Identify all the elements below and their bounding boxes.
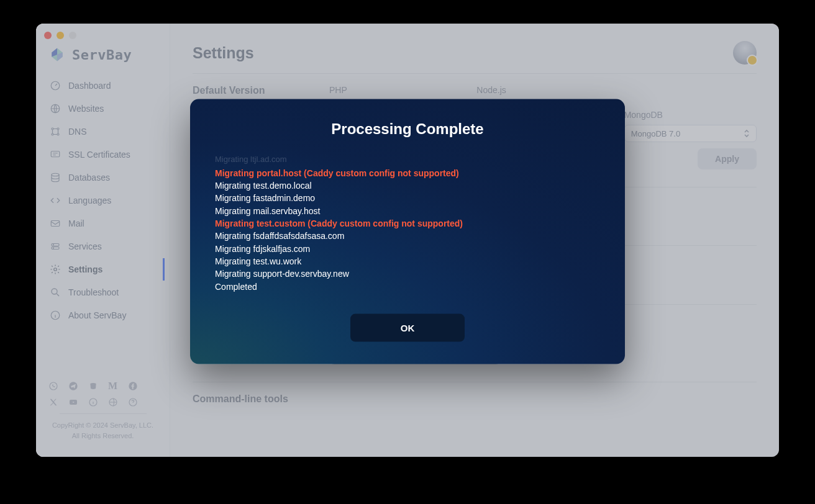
log-line-cut: Migrating ltjl.ad.com	[215, 154, 600, 166]
modal-title: Processing Complete	[212, 120, 603, 138]
modal-log: Migrating ltjl.ad.com Migrating portal.h…	[212, 154, 603, 293]
log-line: Migrating fastadmin.demo	[215, 192, 600, 204]
log-line: Migrating test.custom (Caddy custom conf…	[215, 217, 600, 230]
processing-modal: Processing Complete Migrating ltjl.ad.co…	[190, 99, 625, 364]
log-line: Migrating test.demo.local	[215, 179, 600, 192]
ok-button[interactable]: OK	[350, 313, 465, 341]
log-completed: Completed	[215, 280, 600, 292]
app-window: ServBay Dashboard Websites DNS SSL Certi…	[36, 24, 779, 457]
log-line: Migrating fdjskalfjas.com	[215, 242, 600, 254]
log-line: Migrating fsdaffdsafsdafsasa.com	[215, 230, 600, 242]
log-line: Migrating support-dev.servbay.new	[215, 268, 600, 280]
log-line: Migrating portal.host (Caddy custom conf…	[215, 166, 600, 179]
log-line: Migrating mail.servbay.host	[215, 204, 600, 217]
log-line: Migrating test.wu.work	[215, 255, 600, 268]
